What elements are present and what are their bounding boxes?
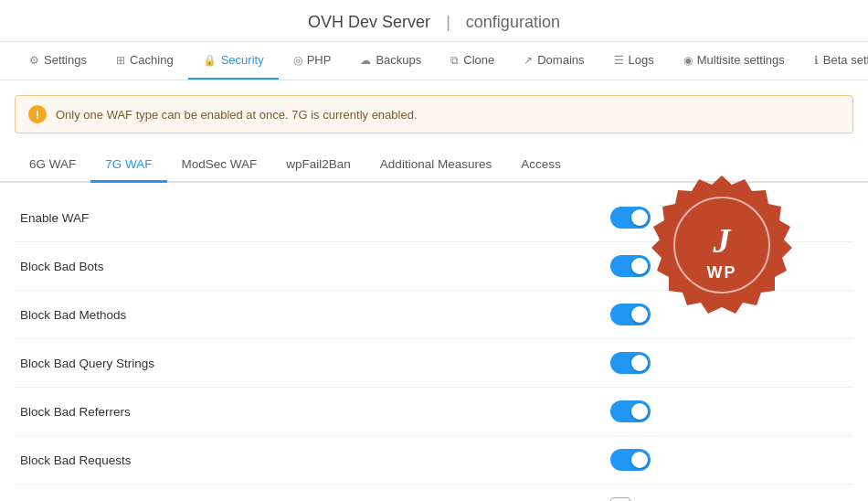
tab-icon-multisite: ◉ bbox=[683, 54, 693, 67]
top-nav-tab-logs[interactable]: ☰Logs bbox=[599, 42, 669, 80]
setting-row-block-bad-referrers: Block Bad Referrers bbox=[15, 388, 853, 436]
top-nav-tab-security[interactable]: 🔒Security bbox=[188, 42, 279, 80]
page-header: OVH Dev Server | configuration bbox=[0, 0, 868, 42]
toggle-thumb-block-bad-referrers bbox=[631, 403, 648, 420]
tab-icon-caching: ⊞ bbox=[116, 54, 125, 67]
tab-label-multisite: Multisite settings bbox=[697, 53, 785, 67]
svg-text:J: J bbox=[713, 221, 732, 260]
sub-tab-7g[interactable]: 7G WAF bbox=[90, 148, 166, 183]
toggle-track-block-bad-referrers bbox=[610, 400, 651, 422]
sub-tab-6g[interactable]: 6G WAF bbox=[15, 148, 90, 183]
wp-logo: J WP bbox=[649, 172, 795, 318]
setting-label-block-bad-bots: Block Bad Bots bbox=[20, 260, 610, 273]
tab-label-security: Security bbox=[221, 53, 264, 67]
top-nav-tab-domains[interactable]: ↗Domains bbox=[509, 42, 598, 80]
server-name: OVH Dev Server bbox=[308, 13, 430, 31]
setting-control-block-bad-referrers[interactable] bbox=[610, 400, 848, 422]
toggle-thumb-block-bad-requests bbox=[631, 452, 648, 468]
toggle-thumb-enable-waf bbox=[631, 209, 648, 226]
tab-label-settings: Settings bbox=[44, 53, 87, 67]
toggle-track-enable-waf bbox=[610, 207, 651, 229]
toggle-track-block-bad-requests bbox=[610, 449, 651, 471]
setting-label-block-bad-query-strings: Block Bad Query Strings bbox=[20, 357, 610, 370]
sub-tab-additional[interactable]: Additional Measures bbox=[365, 148, 506, 183]
tab-label-clone: Clone bbox=[463, 53, 494, 67]
tab-icon-settings: ⚙ bbox=[29, 54, 39, 67]
tab-label-domains: Domains bbox=[537, 53, 584, 67]
tab-label-caching: Caching bbox=[130, 53, 174, 67]
toggle-thumb-block-bad-methods bbox=[631, 306, 648, 323]
setting-row-block-bad-requests: Block Bad Requests bbox=[15, 436, 853, 485]
sub-tab-wpfail2ban[interactable]: wpFail2Ban bbox=[271, 148, 365, 183]
toggle-block-bad-query-strings[interactable] bbox=[610, 352, 651, 374]
tab-label-beta: Beta settings bbox=[823, 53, 868, 67]
toggle-enable-waf[interactable] bbox=[610, 207, 651, 229]
config-label: configuration bbox=[466, 13, 560, 31]
toggle-thumb-block-bad-query-strings bbox=[631, 355, 648, 371]
warning-text: Only one WAF type can be enabled at once… bbox=[56, 108, 418, 122]
setting-label-enable-waf: Enable WAF bbox=[20, 211, 610, 225]
setting-control-block-bad-requests[interactable] bbox=[610, 449, 848, 471]
svg-text:WP: WP bbox=[707, 263, 737, 282]
setting-label-block-bad-referrers: Block Bad Referrers bbox=[20, 405, 610, 419]
top-nav-tab-caching[interactable]: ⊞Caching bbox=[101, 42, 188, 80]
top-nav: ⚙Settings⊞Caching🔒Security◎PHP☁Backups⧉C… bbox=[0, 42, 868, 80]
setting-control-block-bad-query-strings[interactable] bbox=[610, 352, 848, 374]
setting-label-block-bad-requests: Block Bad Requests bbox=[20, 453, 610, 467]
top-nav-tab-backups[interactable]: ☁Backups bbox=[345, 42, 436, 80]
top-nav-tab-clone[interactable]: ⧉Clone bbox=[436, 42, 509, 80]
top-nav-tab-settings[interactable]: ⚙Settings bbox=[15, 42, 101, 80]
tab-icon-beta: ℹ bbox=[814, 54, 819, 67]
tab-icon-security: 🔒 bbox=[203, 54, 217, 67]
toggle-track-block-bad-bots bbox=[610, 255, 651, 277]
top-nav-tab-php[interactable]: ◎PHP bbox=[279, 42, 346, 80]
top-nav-tab-multisite[interactable]: ◉Multisite settings bbox=[669, 42, 799, 80]
toggle-track-block-bad-methods bbox=[610, 304, 651, 325]
toggle-block-bad-methods[interactable] bbox=[610, 304, 651, 325]
tab-icon-logs: ☰ bbox=[614, 54, 624, 67]
warning-icon: ! bbox=[28, 105, 47, 123]
warning-banner: ! Only one WAF type can be enabled at on… bbox=[15, 95, 853, 133]
sub-tab-access[interactable]: Access bbox=[506, 148, 576, 183]
toggle-block-bad-bots[interactable] bbox=[610, 255, 651, 277]
ext-link-icon-view-7g-log[interactable]: ↗ bbox=[610, 497, 630, 501]
tab-icon-backups: ☁ bbox=[360, 54, 371, 67]
header-separator: | bbox=[446, 13, 450, 31]
tab-label-backups: Backups bbox=[376, 53, 421, 67]
setting-row-block-bad-query-strings: Block Bad Query Strings bbox=[15, 339, 853, 388]
setting-row-view-7g-log: View 7G Log↗ bbox=[15, 485, 853, 501]
toggle-thumb-block-bad-bots bbox=[631, 258, 648, 274]
tab-label-php: PHP bbox=[307, 53, 332, 67]
toggle-track-block-bad-query-strings bbox=[610, 352, 651, 374]
toggle-block-bad-requests[interactable] bbox=[610, 449, 651, 471]
toggle-block-bad-referrers[interactable] bbox=[610, 400, 651, 422]
tab-label-logs: Logs bbox=[629, 53, 654, 67]
top-nav-tab-beta[interactable]: ℹBeta settings bbox=[799, 42, 868, 80]
settings-area: Enable WAFBlock Bad BotsBlock Bad Method… bbox=[0, 190, 868, 501]
tab-icon-domains: ↗ bbox=[524, 54, 533, 67]
sub-tab-modsec[interactable]: ModSec WAF bbox=[167, 148, 272, 183]
tab-icon-php: ◎ bbox=[293, 54, 302, 67]
tab-icon-clone: ⧉ bbox=[450, 54, 459, 67]
setting-label-block-bad-methods: Block Bad Methods bbox=[20, 308, 610, 322]
setting-control-view-7g-log[interactable]: ↗ bbox=[610, 497, 848, 501]
